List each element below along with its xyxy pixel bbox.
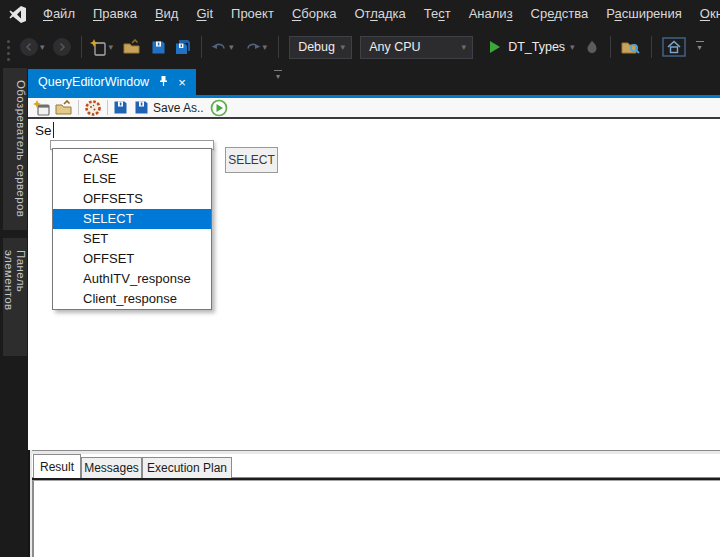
hot-reload-icon (586, 40, 598, 54)
result-panel-content (32, 480, 720, 557)
new-project-icon[interactable] (90, 39, 107, 56)
toolbar-overflow-icon[interactable]: ▾ (696, 41, 704, 53)
pin-icon[interactable] (158, 75, 169, 90)
chevron-down-icon: ▾ (341, 42, 352, 52)
sidebar-tab-2[interactable]: Панель элементов (3, 238, 27, 356)
sidebar-tab-1[interactable]: Обозреватель серверов (3, 68, 27, 230)
platform-dropdown[interactable]: Any CPU ▾ (360, 36, 473, 59)
menu-item-1[interactable]: Файл (34, 0, 84, 28)
text-cursor (53, 122, 54, 138)
document-tab-title: QueryEditorWindow (38, 75, 149, 89)
bottom-tab-result[interactable]: Result (33, 454, 81, 478)
menu-item-6[interactable]: Сборка (283, 0, 346, 28)
left-sidebar: Обозреватель серверовПанель элементов (0, 66, 28, 557)
connect-database-icon[interactable] (84, 99, 102, 117)
redo-dropdown-icon[interactable]: ▾ (263, 42, 268, 52)
web-home-icon[interactable] (662, 37, 686, 57)
typed-query-text: Se (35, 123, 52, 138)
menu-item-8[interactable]: Тест (415, 0, 460, 28)
autocomplete-item[interactable]: ELSE (53, 169, 211, 189)
query-text-editor[interactable]: Se CASEELSEOFFSETSSELECTSETOFFSETAuthITV… (28, 119, 720, 450)
autocomplete-item[interactable]: OFFSETS (53, 189, 211, 209)
find-in-files-icon[interactable] (621, 39, 640, 55)
undo-dropdown-icon[interactable]: ▾ (229, 42, 234, 52)
redo-icon[interactable] (245, 40, 261, 54)
configuration-dropdown[interactable]: Debug ▾ (289, 36, 352, 59)
toolbar-separator (651, 36, 652, 58)
save-query-icon[interactable] (113, 100, 128, 115)
toolbar-separator (610, 36, 611, 58)
select-button[interactable]: SELECT (225, 147, 278, 173)
toolbar-separator (78, 100, 79, 115)
main-toolbar: ▾ ▾ ▾ (0, 28, 720, 66)
editor-toolbar-overflow-icon[interactable]: ▾ (274, 70, 282, 82)
query-editor-toolbar: Save As.. (28, 98, 720, 117)
menu-item-2[interactable]: Правка (84, 0, 146, 28)
open-file-icon[interactable] (123, 39, 141, 55)
save-all-icon[interactable] (175, 39, 191, 55)
navigate-forward-icon[interactable] (53, 38, 71, 56)
new-query-icon[interactable] (33, 100, 50, 116)
save-as-button[interactable]: Save As.. (153, 101, 204, 115)
execute-query-icon[interactable] (210, 99, 228, 117)
autocomplete-item[interactable]: OFFSET (53, 249, 211, 269)
menu-item-4[interactable]: Git (187, 0, 222, 28)
menu-item-5[interactable]: Проект (222, 0, 283, 28)
visual-studio-logo-icon (9, 5, 28, 24)
menu-items: ФайлПравкаВидGitПроектСборкаОтладкаТестА… (34, 0, 720, 28)
menu-item-10[interactable]: Средства (522, 0, 598, 28)
bottom-tab-messages[interactable]: Messages (81, 457, 142, 478)
document-tab-queryeditorwindow[interactable]: QueryEditorWindow × (28, 69, 196, 95)
bottom-panel-gutter (28, 450, 32, 557)
toolbar-separator (278, 36, 279, 58)
toolbar-separator (107, 100, 108, 115)
autocomplete-item[interactable]: CASE (53, 149, 211, 169)
toolbar-grip-handle[interactable] (7, 46, 10, 49)
save-query-as-icon[interactable] (134, 100, 149, 115)
close-icon[interactable]: × (178, 76, 186, 89)
new-project-dropdown-icon[interactable]: ▾ (109, 42, 114, 52)
autocomplete-dropdown: CASEELSEOFFSETSSELECTSETOFFSETAuthITV_re… (52, 148, 212, 310)
menu-item-9[interactable]: Анализ (460, 0, 522, 28)
navigate-back-icon[interactable] (20, 38, 38, 56)
autocomplete-item[interactable]: Client_response (53, 289, 211, 309)
menu-bar: ФайлПравкаВидGitПроектСборкаОтладкаТестА… (0, 0, 720, 28)
undo-icon[interactable] (211, 40, 227, 54)
menu-item-12[interactable]: Окно (691, 0, 720, 28)
autocomplete-item[interactable]: SELECT (53, 209, 211, 229)
toolbar-separator (201, 36, 202, 58)
platform-value: Any CPU (369, 40, 420, 54)
start-debug-icon[interactable] (489, 40, 501, 54)
autocomplete-item[interactable]: AuthITV_response (53, 269, 211, 289)
bottom-tab-execution-plan[interactable]: Execution Plan (142, 457, 232, 478)
menu-item-3[interactable]: Вид (146, 0, 188, 28)
menu-item-7[interactable]: Отладка (345, 0, 414, 28)
autocomplete-item[interactable]: SET (53, 229, 211, 249)
document-area: QueryEditorWindow × (28, 66, 720, 557)
toolbar-separator (81, 36, 82, 58)
chevron-down-icon: ▾ (462, 42, 473, 52)
save-icon[interactable] (151, 40, 166, 55)
navigate-back-dropdown-icon[interactable]: ▾ (40, 42, 45, 52)
start-dropdown-icon[interactable]: ▾ (570, 42, 575, 52)
configuration-value: Debug (298, 40, 335, 54)
open-query-icon[interactable] (55, 100, 73, 116)
start-project-label[interactable]: DT_Types (508, 40, 565, 54)
menu-item-11[interactable]: Расширения (597, 0, 691, 28)
